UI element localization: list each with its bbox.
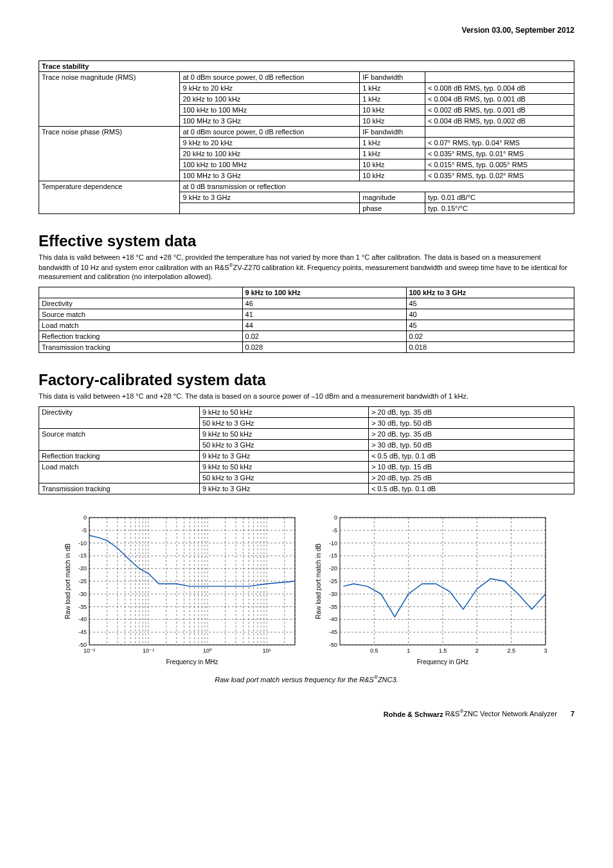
row-c3: 10 kHz (360, 116, 425, 127)
svg-text:0: 0 (334, 514, 337, 521)
row-cond (180, 203, 360, 214)
row-cond: 100 kHz to 100 MHz (180, 105, 360, 116)
footer-brand: Rohde & Schwarz (384, 710, 443, 718)
row-cond: 9 kHz to 3 GHz (180, 192, 360, 203)
svg-text:-45: -45 (329, 629, 337, 635)
row-c4: < 0.035° RMS, typ. 0.01° RMS (425, 149, 574, 159)
cell: Transmission tracking (39, 342, 243, 353)
row-c4 (425, 72, 574, 83)
row-label: Source match (39, 429, 200, 451)
row-c3: 1 kHz (360, 138, 425, 149)
factory-table: Directivity9 kHz to 50 kHz> 20 dB, typ. … (39, 406, 574, 494)
cell: 0.028 (242, 342, 406, 353)
row-freq: 9 kHz to 50 kHz (199, 429, 368, 440)
svg-text:2.5: 2.5 (507, 647, 515, 654)
row-c3: 1 kHz (360, 149, 425, 159)
cell: 45 (406, 320, 574, 331)
svg-text:-50: -50 (329, 642, 337, 648)
svg-text:-5: -5 (332, 527, 337, 534)
col-header: 9 kHz to 100 kHz (242, 287, 406, 298)
row-cond: 100 MHz to 3 GHz (180, 116, 360, 127)
svg-text:Frequency in GHz: Frequency in GHz (417, 658, 469, 665)
row-freq: 9 kHz to 3 GHz (199, 451, 368, 462)
cell: Directivity (39, 298, 243, 309)
row-cond: 9 kHz to 20 kHz (180, 83, 360, 94)
cell: 44 (242, 320, 406, 331)
row-c4: < 0.008 dB RMS, typ. 0.004 dB (425, 83, 574, 94)
svg-text:1: 1 (407, 647, 410, 654)
svg-text:Frequency in MHz: Frequency in MHz (166, 658, 218, 665)
cell: 0.02 (406, 331, 574, 342)
row-c3: magnitude (360, 192, 425, 203)
svg-text:10⁻²: 10⁻² (84, 647, 95, 654)
svg-text:10⁻¹: 10⁻¹ (143, 647, 154, 654)
svg-text:1.5: 1.5 (439, 647, 447, 654)
row-c4: typ. 0.01 dB/°C (425, 192, 574, 203)
chart-right: 0-5-10-15-20-25-30-35-40-45-500.511.522.… (313, 512, 551, 667)
row-label: Temperature dependence (39, 181, 180, 214)
row-c4: typ. 0.15°/°C (425, 203, 574, 214)
row-c3: phase (360, 203, 425, 214)
page-footer: Rohde & Schwarz R&S®ZNC Vector Network A… (39, 709, 574, 718)
row-freq: 50 kHz to 3 GHz (199, 418, 368, 429)
effective-desc: This data is valid between +18 °C and +2… (39, 253, 574, 282)
svg-text:-35: -35 (329, 604, 337, 610)
row-label: Reflection tracking (39, 451, 200, 462)
svg-text:-35: -35 (78, 604, 87, 610)
svg-text:10⁰: 10⁰ (203, 647, 212, 654)
cell: 41 (242, 309, 406, 320)
svg-text:-20: -20 (78, 565, 87, 572)
svg-text:0.5: 0.5 (370, 647, 378, 654)
row-c4: < 0.004 dB RMS, typ. 0.001 dB (425, 94, 574, 105)
row-val: > 30 dB, typ. 50 dB (369, 418, 574, 429)
row-freq: 50 kHz to 3 GHz (199, 473, 368, 484)
row-c3: 10 kHz (360, 105, 425, 116)
svg-text:-5: -5 (82, 527, 87, 534)
factory-heading: Factory-calibrated system data (39, 371, 574, 389)
footer-product: R&S®ZNC Vector Network Analyzer (445, 710, 557, 718)
cell: 0.018 (406, 342, 574, 353)
page-number: 7 (571, 710, 574, 718)
row-freq: 50 kHz to 3 GHz (199, 440, 368, 451)
chart-left: 0-5-10-15-20-25-30-35-40-45-5010⁻²10⁻¹10… (62, 512, 300, 667)
cell: 40 (406, 309, 574, 320)
svg-text:0: 0 (84, 514, 87, 521)
svg-text:Raw load port match in dB: Raw load port match in dB (64, 543, 71, 619)
row-c3: 10 kHz (360, 170, 425, 181)
row-freq: 9 kHz to 3 GHz (199, 484, 368, 494)
row-c4: < 0.004 dB RMS, typ. 0.002 dB (425, 116, 574, 127)
svg-text:-20: -20 (329, 565, 337, 572)
cell: 46 (242, 298, 406, 309)
row-val: > 20 dB, typ. 35 dB (369, 407, 574, 418)
row-cond: 20 kHz to 100 kHz (180, 149, 360, 159)
svg-text:-25: -25 (78, 578, 87, 584)
effective-table: 9 kHz to 100 kHz 100 kHz to 3 GHz Direct… (39, 287, 574, 353)
row-c4 (425, 127, 574, 138)
cell: Load match (39, 320, 243, 331)
row-val: > 20 dB, typ. 35 dB (369, 429, 574, 440)
col-header: 100 kHz to 3 GHz (406, 287, 574, 298)
trace-stability-table: Trace stability Trace noise magnitude (R… (39, 60, 574, 214)
row-cond: 100 kHz to 100 MHz (180, 159, 360, 170)
svg-text:-10: -10 (78, 540, 87, 547)
charts-row: 0-5-10-15-20-25-30-35-40-45-5010⁻²10⁻¹10… (39, 512, 574, 667)
row-cond: 9 kHz to 20 kHz (180, 138, 360, 149)
svg-text:-30: -30 (329, 591, 337, 597)
svg-text:Raw load port match in dB: Raw load port match in dB (315, 543, 322, 619)
version-header: Version 03.00, September 2012 (39, 26, 574, 35)
factory-desc: This data is valid between +18 °C and +2… (39, 392, 574, 401)
row-cond: at 0 dBm source power, 0 dB reflection (180, 72, 360, 83)
row-c4: < 0.07° RMS, typ. 0.04° RMS (425, 138, 574, 149)
row-cond: 100 MHz to 3 GHz (180, 170, 360, 181)
row-val: > 10 dB, typ. 15 dB (369, 462, 574, 473)
svg-text:3: 3 (544, 647, 547, 654)
row-cond: at 0 dBm source power, 0 dB reflection (180, 127, 360, 138)
row-label: Trace noise magnitude (RMS) (39, 72, 180, 127)
row-label: Directivity (39, 407, 200, 429)
row-c4: < 0.015° RMS, typ. 0.005° RMS (425, 159, 574, 170)
svg-text:-10: -10 (329, 540, 337, 547)
row-cond: at 0 dB transmission or reflection (180, 181, 574, 192)
row-freq: 9 kHz to 50 kHz (199, 407, 368, 418)
svg-text:2: 2 (475, 647, 479, 654)
chart-caption: Raw load port match versus frequency for… (39, 674, 574, 683)
